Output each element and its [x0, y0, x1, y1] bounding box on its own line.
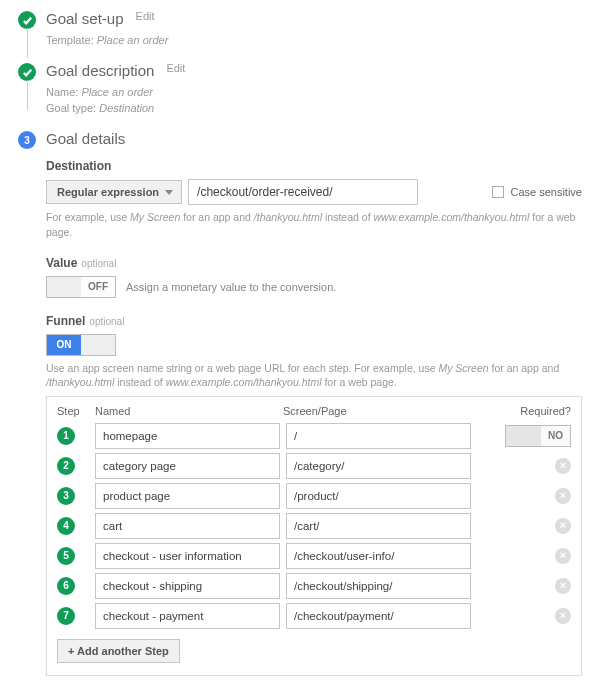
- step-setup-sub: Template: Place an order: [46, 33, 582, 48]
- wizard-step-description: Goal description Edit: [18, 62, 582, 81]
- funnel-step-screen-input[interactable]: [286, 543, 471, 569]
- toggle-knob: [47, 277, 81, 297]
- check-icon: [18, 63, 36, 81]
- value-help: Assign a monetary value to the conversio…: [126, 281, 336, 293]
- funnel-row: 6×: [57, 573, 571, 599]
- funnel-step-badge: 3: [57, 487, 75, 505]
- remove-step-icon[interactable]: ×: [555, 488, 571, 504]
- funnel-step-screen-input[interactable]: [286, 453, 471, 479]
- check-icon: [18, 11, 36, 29]
- col-name: Named: [95, 405, 283, 417]
- funnel-step-name-input[interactable]: [95, 423, 280, 449]
- remove-step-icon[interactable]: ×: [555, 518, 571, 534]
- funnel-step-screen-input[interactable]: [286, 603, 471, 629]
- match-type-dropdown[interactable]: Regular expression: [46, 180, 182, 204]
- funnel-help: Use an app screen name string or a web p…: [46, 361, 582, 390]
- step-description-edit[interactable]: Edit: [166, 62, 185, 74]
- section-value: Valueoptional OFF Assign a monetary valu…: [46, 256, 582, 298]
- funnel-label: Funneloptional: [46, 314, 582, 328]
- funnel-step-badge: 4: [57, 517, 75, 535]
- funnel-row: 7×: [57, 603, 571, 629]
- remove-step-icon[interactable]: ×: [555, 458, 571, 474]
- funnel-row: 5×: [57, 543, 571, 569]
- remove-step-icon[interactable]: ×: [555, 548, 571, 564]
- case-sensitive-checkbox[interactable]: [492, 186, 504, 198]
- funnel-step-badge: 2: [57, 457, 75, 475]
- step-details-title: Goal details: [46, 130, 125, 147]
- funnel-table: Step Named Screen/Page Required? 1NO2×3×…: [46, 396, 582, 676]
- funnel-step-screen-input[interactable]: [286, 483, 471, 509]
- destination-label: Destination: [46, 159, 582, 173]
- funnel-header-row: Step Named Screen/Page Required?: [57, 405, 571, 417]
- funnel-step-badge: 1: [57, 427, 75, 445]
- funnel-step-screen-input[interactable]: [286, 423, 471, 449]
- case-sensitive-option[interactable]: Case sensitive: [492, 186, 582, 198]
- toggle-off-label: OFF: [81, 277, 115, 297]
- wizard-step-details: 3 Goal details: [18, 130, 582, 149]
- col-screen: Screen/Page: [283, 405, 471, 417]
- toggle-on-label: ON: [47, 335, 81, 355]
- funnel-step-badge: 6: [57, 577, 75, 595]
- toggle-knob: [506, 426, 541, 446]
- funnel-row: 1NO: [57, 423, 571, 449]
- step-description-sub: Name: Place an order Goal type: Destinat…: [46, 85, 582, 116]
- step-description-title: Goal description: [46, 62, 154, 79]
- connector-line: [27, 28, 28, 58]
- funnel-step-name-input[interactable]: [95, 513, 280, 539]
- match-type-value: Regular expression: [57, 186, 159, 198]
- funnel-step-badge: 7: [57, 607, 75, 625]
- funnel-step-screen-input[interactable]: [286, 573, 471, 599]
- case-sensitive-label: Case sensitive: [510, 186, 582, 198]
- destination-input[interactable]: [188, 179, 418, 205]
- funnel-step-name-input[interactable]: [95, 573, 280, 599]
- step-setup-edit[interactable]: Edit: [136, 10, 155, 22]
- wizard-step-setup: Goal set-up Edit: [18, 10, 582, 29]
- connector-line: [27, 80, 28, 110]
- section-funnel: Funneloptional ON Use an app screen name…: [46, 314, 582, 676]
- funnel-step-screen-input[interactable]: [286, 513, 471, 539]
- funnel-step-name-input[interactable]: [95, 543, 280, 569]
- add-step-button[interactable]: + Add another Step: [57, 639, 180, 663]
- funnel-row: 3×: [57, 483, 571, 509]
- funnel-step-name-input[interactable]: [95, 453, 280, 479]
- value-toggle[interactable]: OFF: [46, 276, 116, 298]
- toggle-no-label: NO: [541, 426, 570, 446]
- remove-step-icon[interactable]: ×: [555, 578, 571, 594]
- chevron-down-icon: [165, 190, 173, 195]
- col-required: Required?: [520, 405, 571, 417]
- destination-help: For example, use My Screen for an app an…: [46, 210, 582, 239]
- funnel-toggle[interactable]: ON: [46, 334, 116, 356]
- funnel-row: 4×: [57, 513, 571, 539]
- funnel-step-name-input[interactable]: [95, 483, 280, 509]
- funnel-row: 2×: [57, 453, 571, 479]
- funnel-step-name-input[interactable]: [95, 603, 280, 629]
- value-label: Valueoptional: [46, 256, 582, 270]
- section-destination: Destination Regular expression Case sens…: [46, 159, 582, 239]
- remove-step-icon[interactable]: ×: [555, 608, 571, 624]
- required-toggle[interactable]: NO: [505, 425, 571, 447]
- col-step: Step: [57, 405, 95, 417]
- step-number-icon: 3: [18, 131, 36, 149]
- step-setup-title: Goal set-up: [46, 10, 124, 27]
- funnel-step-badge: 5: [57, 547, 75, 565]
- toggle-knob: [81, 335, 115, 355]
